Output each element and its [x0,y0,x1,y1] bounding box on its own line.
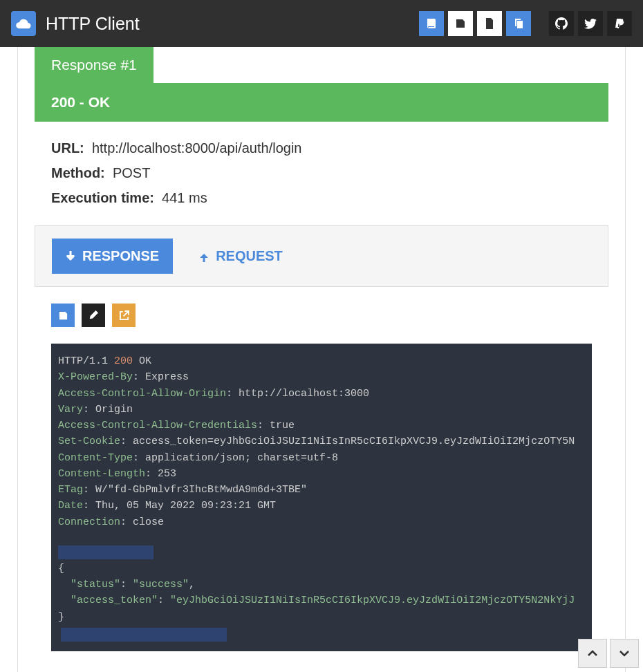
file-button[interactable] [477,11,502,36]
arrow-down-icon [66,251,75,262]
subnav: RESPONSE REQUEST [35,225,608,287]
header-value: application/json; charset=utf-8 [145,452,338,464]
header-value: W/"fd-GbPmlvfr3IhcBtMwdA9m6d+3TBE" [95,484,307,496]
exec-label: Execution time: [51,190,154,205]
header-key: Access-Control-Allow-Credentials [58,420,257,431]
response-raw[interactable]: HTTP/1.1 200 OK X-Powered-By: ExpressAcc… [51,344,592,651]
header-value: http://localhost:3000 [239,388,369,400]
status-bar: 200 - OK [35,83,608,122]
tab-response[interactable]: RESPONSE [52,239,173,274]
cloud-icon [11,11,36,36]
tab-request[interactable]: REQUEST [185,239,297,274]
header-key: X-Powered-By [58,371,133,383]
detail-method: Method: POST [51,163,592,183]
detail-exec: Execution time: 441 ms [51,188,592,207]
header-row: ETag: W/"fd-GbPmlvfr3IhcBtMwdA9m6d+3TBE" [58,482,585,498]
app-title: HTTP Client [46,14,140,34]
save-icon [58,310,68,321]
scroll-down-button[interactable] [610,639,639,668]
header-value: Thu, 05 May 2022 09:23:21 GMT [95,500,276,512]
url-value: http://localhost:8000/api/auth/login [92,140,302,156]
arrow-up-icon [199,251,209,262]
header-value: 253 [158,468,176,480]
header-value: close [133,516,164,528]
twitter-icon [584,19,597,29]
edit-response-button[interactable] [82,304,105,327]
response-details: URL: http://localhost:8000/api/auth/logi… [35,122,608,225]
header-row: Content-Type: application/json; charset=… [58,450,585,466]
code-actions [35,287,608,327]
header-value: access_token=eyJhbGciOiJSUzI1NiIsInR5cCI… [133,436,575,447]
chevron-down-icon [619,650,629,657]
pencil-icon [88,310,98,320]
chevron-up-icon [588,650,597,657]
header-value: Express [145,371,189,383]
method-label: Method: [51,165,105,180]
save-response-button[interactable] [51,304,75,327]
copy-button[interactable] [506,11,531,36]
svg-rect-0 [203,255,205,262]
twitter-button[interactable] [578,11,603,36]
navbar: HTTP Client [0,0,643,47]
github-icon [555,17,568,30]
header-row: Connection: close [58,514,585,530]
detail-url: URL: http://localhost:8000/api/auth/logi… [51,138,592,158]
scroll-up-button[interactable] [578,639,607,668]
paypal-button[interactable] [607,11,632,36]
header-key: Content-Length [58,468,145,480]
main-panel: Response #1 200 - OK URL: http://localho… [17,47,626,672]
scroll-nav [578,639,639,668]
header-row: X-Powered-By: Express [58,369,585,385]
file-icon [485,18,494,29]
header-row: Content-Length: 253 [58,466,585,482]
selection-highlight [61,628,227,642]
copy-icon [513,18,524,29]
header-row: Vary: Origin [58,402,585,418]
book-icon [426,18,437,29]
header-key: Access-Control-Allow-Origin [58,388,226,400]
header-row: Set-Cookie: access_token=eyJhbGciOiJSUzI… [58,433,585,449]
selection-highlight [58,545,153,559]
header-key: Connection [58,516,120,528]
open-external-button[interactable] [112,304,136,327]
tab-response-1[interactable]: Response #1 [35,47,153,83]
header-value: true [270,420,295,431]
header-key: Date [58,500,83,512]
paypal-icon [615,17,624,30]
external-link-icon [119,310,129,321]
header-key: Set-Cookie [58,436,120,447]
save-button[interactable] [448,11,473,36]
header-row: Access-Control-Allow-Origin: http://loca… [58,386,585,402]
book-button[interactable] [419,11,444,36]
save-icon [455,18,466,29]
header-row: Date: Thu, 05 May 2022 09:23:21 GMT [58,498,585,514]
header-key: Content-Type [58,452,133,464]
method-value: POST [113,165,150,180]
brand[interactable]: HTTP Client [11,11,140,36]
header-key: ETag [58,484,83,496]
header-value: Origin [95,404,133,416]
github-button[interactable] [549,11,574,36]
exec-value: 441 ms [162,190,207,205]
header-row: Access-Control-Allow-Credentials: true [58,418,585,433]
navbar-actions [419,11,632,36]
response-tabs: Response #1 [35,47,608,83]
header-key: Vary [58,404,83,416]
url-label: URL: [51,140,84,156]
